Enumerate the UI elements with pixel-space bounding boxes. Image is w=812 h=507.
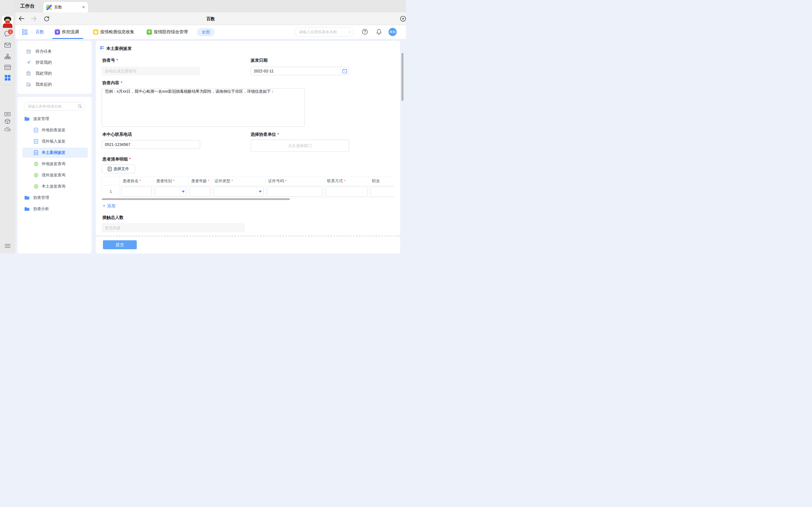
cube-icon[interactable] (4, 118, 11, 125)
cloud-call-icon[interactable] (4, 126, 11, 132)
tree-folder-xiecha-analysis[interactable]: 协查分析 (17, 204, 92, 214)
label-contacts-total: 接触总人数 (102, 215, 123, 220)
nav-all-apps[interactable]: 全部 (197, 28, 215, 36)
dropdown-arrow-icon (182, 191, 185, 193)
id-type-cell (213, 186, 264, 196)
app-search-input[interactable] (299, 30, 349, 34)
gender-dropdown-button[interactable] (180, 187, 186, 196)
contacts-total-input[interactable] (102, 223, 245, 232)
workbench-icon-active[interactable] (4, 74, 11, 81)
tree-item-bentu-anli-selected[interactable]: 本土案例派发 (17, 148, 92, 158)
menu-item-cc[interactable]: 抄送我的 (17, 57, 92, 68)
patient-name-input[interactable] (121, 189, 151, 194)
report-hexagon-icon (34, 173, 38, 177)
nav-tab-jikong[interactable]: ¥ 疾控流调 (55, 25, 79, 39)
tree-item-waidi-xiecha[interactable]: 外地协查派发 (17, 125, 92, 135)
label-content: 协查内容* (102, 80, 122, 86)
send-icon (26, 60, 31, 65)
calendar-icon[interactable] (4, 64, 11, 71)
patient-age-input[interactable] (190, 189, 210, 194)
menu-item-todo[interactable]: 待办任务 (17, 46, 92, 57)
nav-home-baishu[interactable]: 百数 (36, 25, 44, 39)
phone-input[interactable] (102, 140, 200, 149)
red-packet-icon: ¥ (55, 29, 60, 35)
bag-icon (93, 29, 98, 35)
user-avatar-badge[interactable]: 肖松 (389, 28, 397, 36)
label-patients: 患者清单明细* (102, 157, 131, 162)
clipboard-check-icon (26, 71, 31, 76)
notification-bell-icon[interactable] (375, 29, 382, 35)
choose-file-button[interactable]: 选择文件 (102, 165, 135, 173)
help-icon[interactable] (361, 29, 368, 35)
content-textarea[interactable]: 范例：x月xx日，我中心检测一名xxx新冠病毒核酸结果为阳性，该病例位于你区，详… (102, 88, 305, 127)
add-row-button[interactable]: + 添加 (103, 203, 116, 209)
nav-tab-yiqingfangkong[interactable]: ★ 疫情防控综合管理 (147, 25, 188, 39)
workflow-menu-card: 待办任务 抄送我的 我处理的 我发起的 (17, 41, 92, 94)
form-footer-divider (96, 236, 400, 236)
docs-icon[interactable] (4, 111, 11, 117)
tab-close-icon[interactable]: ✕ (82, 5, 85, 9)
id-type-dropdown-button[interactable] (257, 187, 263, 196)
id-type-input[interactable] (213, 189, 257, 194)
plus-icon: + (103, 203, 105, 209)
select-department-box[interactable]: 点击选择部门 (251, 140, 349, 152)
menu-item-processed[interactable]: 我处理的 (17, 68, 92, 79)
label-phone: 本中心联系电话 (102, 132, 132, 137)
id-number-input[interactable] (267, 189, 322, 194)
tree-item-waidi-query[interactable]: 外地派发查询 (17, 159, 92, 169)
occupation-input[interactable] (371, 189, 394, 194)
doc-form-icon (34, 139, 38, 144)
case-no-input[interactable] (102, 67, 200, 75)
chat-unread-badge: 1 (8, 29, 13, 34)
hamburger-menu-icon[interactable] (4, 242, 11, 249)
dropdown-arrow-icon (259, 191, 262, 193)
header-id-number: 证件号码* (265, 177, 324, 185)
apps-grid-icon[interactable] (22, 25, 28, 39)
form-header: 本土案例派发 (96, 41, 400, 55)
form-card: 本土案例派发 协查号* 派发日期 7 协查内容* 范例：x月xx日，我中心检测一… (96, 41, 400, 253)
compass-icon[interactable] (400, 15, 406, 22)
report-hexagon-icon (34, 162, 38, 166)
mail-icon[interactable] (4, 42, 11, 48)
submit-button[interactable]: 提交 (103, 240, 137, 249)
browser-tab[interactable]: 百数 ✕ (43, 2, 88, 12)
rail-divider (3, 85, 12, 85)
org-chart-icon[interactable] (4, 53, 11, 60)
dispatch-date-field: 7 (251, 67, 349, 75)
menu-item-initiated[interactable]: 我发起的 (17, 79, 92, 90)
dispatch-date-input[interactable] (251, 69, 340, 73)
folder-icon (24, 207, 30, 211)
patient-gender-cell (155, 186, 187, 196)
label-case-no: 协查号* (102, 58, 118, 63)
baishu-logo-icon (46, 4, 52, 10)
dock-rail: 1 (0, 0, 15, 253)
user-avatar[interactable] (2, 16, 13, 28)
tree-item-jingwai-shuru[interactable]: 境外输入派发 (17, 136, 92, 147)
label-unit: 选择协查单位* (251, 132, 279, 137)
table-horizontal-scrollbar[interactable] (102, 198, 290, 200)
patient-table-row: 1 (102, 185, 394, 198)
header-contact: 联系方式* (324, 177, 369, 185)
tree-search-input[interactable] (28, 104, 78, 108)
patient-age-cell (190, 186, 210, 196)
tree-item-bentu-query[interactable]: 本土派发查询 (17, 181, 92, 191)
svg-text:7: 7 (344, 70, 345, 73)
workspace-title: 工作台 (20, 0, 35, 12)
form-tree-card: 派发管理 外地协查派发 境外输入派发 本土案例派发 外地派发查询 境外派发查询 (17, 97, 92, 253)
tree-item-jingwai-query[interactable]: 境外派发查询 (17, 170, 92, 180)
patient-gender-input[interactable] (155, 189, 180, 194)
date-picker-button[interactable]: 7 (340, 67, 349, 75)
header-id-type: 证件类型* (212, 177, 265, 185)
doc-form-icon (34, 128, 38, 133)
nav-tab-yiqingjiance[interactable]: 疫情检测信息收集 (93, 25, 134, 39)
contact-input[interactable] (326, 189, 367, 194)
page-title: 百数 (15, 12, 406, 25)
collapse-panel-icon[interactable] (100, 46, 104, 50)
browser-tab-title: 百数 (54, 5, 82, 10)
tree-folder-dispatch-mgmt[interactable]: 派发管理 (17, 114, 92, 124)
page-vertical-scrollbar[interactable] (402, 53, 403, 101)
todo-calendar-icon (26, 49, 31, 54)
tree-folder-xiecha-mgmt[interactable]: 协查管理 (17, 193, 92, 203)
search-icon[interactable] (349, 30, 350, 34)
search-icon[interactable] (78, 104, 82, 108)
